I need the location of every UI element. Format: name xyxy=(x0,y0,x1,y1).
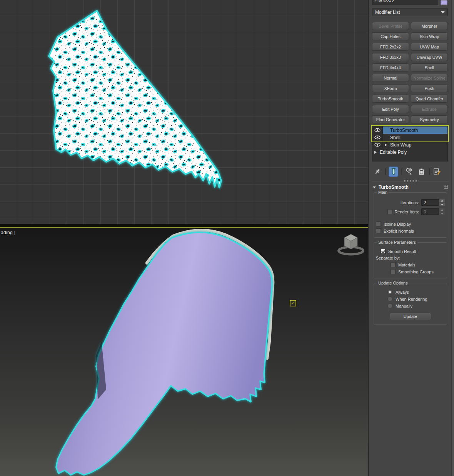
visibility-eye-icon[interactable] xyxy=(372,126,383,134)
visibility-eye-icon[interactable] xyxy=(372,141,383,148)
object-color-swatch[interactable] xyxy=(440,0,448,5)
materials-checkbox[interactable] xyxy=(391,262,396,267)
viewport-top-wireframe[interactable] xyxy=(0,0,368,224)
viewcube[interactable] xyxy=(337,234,365,255)
stack-toolbar xyxy=(373,166,448,177)
explicit-normals-label: Explicit Normals xyxy=(384,229,414,233)
modifier-button-push[interactable]: Push xyxy=(411,84,448,92)
panel-scrollbar[interactable] xyxy=(451,0,454,476)
pin-stack-icon[interactable] xyxy=(373,166,382,177)
modifier-button-turbosmooth[interactable]: TurboSmooth xyxy=(372,95,409,103)
configure-modifier-sets-icon[interactable] xyxy=(432,166,442,177)
group-label: Update Options xyxy=(377,281,409,285)
render-iters-field[interactable]: 0 xyxy=(421,208,439,215)
rollout-divider[interactable] xyxy=(372,181,449,181)
stack-item-skin-wrap[interactable]: Skin Wrap xyxy=(372,141,447,148)
object-name-field[interactable]: Plane019 xyxy=(372,0,438,5)
modifier-button-bevel-profile[interactable]: Bevel Profile xyxy=(372,22,409,30)
expand-arrow-icon[interactable] xyxy=(372,151,379,154)
rollout-title: TurboSmooth xyxy=(379,185,409,190)
modifier-list-label: Modifier List xyxy=(375,10,400,15)
render-iters-checkbox[interactable] xyxy=(387,209,392,214)
selection-cursor xyxy=(290,300,296,306)
materials-label: Materials xyxy=(398,263,416,267)
modifier-button-ffd-3x3x3[interactable]: FFD 3x3x3 xyxy=(372,53,409,61)
command-panel: Plane019 Modifier List Bevel Profile Mor… xyxy=(368,0,454,476)
when-rendering-radio[interactable] xyxy=(387,296,392,301)
stack-item-editable-poly[interactable]: Editable Poly xyxy=(372,148,447,156)
iterations-spinner[interactable] xyxy=(439,199,445,206)
modifier-button-ffd-2x2x2[interactable]: FFD 2x2x2 xyxy=(372,43,409,51)
stack-item-label: Skin Wrap xyxy=(389,142,411,148)
shaded-mesh[interactable] xyxy=(56,232,272,475)
smoothing-groups-label: Smoothing Groups xyxy=(398,270,434,274)
modifier-button-xform[interactable]: XForm xyxy=(372,84,409,92)
modifier-button-floorgenerator[interactable]: FloorGenerator xyxy=(372,115,409,123)
modifier-button-ffd-4x4x4[interactable]: FFD 4x4x4 xyxy=(372,63,409,72)
always-label: Always xyxy=(396,290,409,295)
stack-item-shell[interactable]: Shell xyxy=(372,134,447,141)
3ds-max-window: ading ] xyxy=(0,0,454,476)
smooth-result-checkbox[interactable] xyxy=(381,249,386,254)
modifier-button-uvw-map[interactable]: UVW Map xyxy=(411,43,448,51)
separate-by-label: Separate by: xyxy=(376,256,400,260)
manually-label: Manually xyxy=(396,304,412,308)
always-radio[interactable] xyxy=(387,290,392,295)
render-iters-spinner[interactable] xyxy=(439,208,445,215)
collapse-arrow-icon xyxy=(373,186,376,188)
toolbar-separator xyxy=(401,168,402,175)
rollout-grip-icon[interactable] xyxy=(444,185,448,190)
modifier-button-quad-chamfer[interactable]: Quad Chamfer xyxy=(411,95,448,103)
turbosmooth-rollout-header[interactable]: TurboSmooth xyxy=(373,185,448,190)
stack-item-label: TurboSmooth xyxy=(389,128,418,133)
explicit-normals-checkbox[interactable] xyxy=(376,228,381,233)
modifier-button-normal[interactable]: Normal xyxy=(372,74,409,82)
render-iters-label: Render Iters: xyxy=(394,210,419,214)
wireframe-mesh-canvas xyxy=(0,0,368,224)
stack-item-label: Editable Poly xyxy=(379,150,407,155)
modifier-stack: TurboSmooth Shell Skin W xyxy=(372,126,448,161)
viewport-divider[interactable] xyxy=(0,224,368,227)
when-rendering-label: When Rendering xyxy=(396,297,427,301)
iterations-label: Iterations: xyxy=(401,200,419,205)
object-name: Plane019 xyxy=(374,0,438,3)
group-label: Surface Parameters xyxy=(377,240,417,245)
manually-radio[interactable] xyxy=(387,303,392,308)
stack-item-turbosmooth[interactable]: TurboSmooth xyxy=(372,126,447,134)
modifier-button-unwrap-uvw[interactable]: Unwrap UVW xyxy=(411,53,448,61)
modifier-button-skin-wrap[interactable]: Skin Wrap xyxy=(411,32,448,40)
surface-parameters-group: Surface Parameters Smooth Result Separat… xyxy=(374,242,447,278)
group-label: Main xyxy=(377,190,389,195)
chevron-down-icon xyxy=(441,11,445,13)
modifier-list-dropdown[interactable]: Modifier List xyxy=(372,8,448,16)
viewport-bottom-shaded[interactable]: ading ] xyxy=(0,227,368,476)
smoothing-groups-checkbox[interactable] xyxy=(391,269,396,274)
stack-item-label: Shell xyxy=(389,135,401,140)
smooth-result-label: Smooth Result xyxy=(388,249,416,254)
modifier-button-symmetry[interactable]: Symmetry xyxy=(411,115,448,123)
isoline-display-checkbox[interactable] xyxy=(376,221,381,226)
modifier-button-morpher[interactable]: Morpher xyxy=(411,22,448,30)
visibility-eye-icon[interactable] xyxy=(372,134,383,141)
show-end-result-icon[interactable] xyxy=(389,166,398,177)
modifier-button-extrude[interactable]: Extrude xyxy=(411,105,448,113)
remove-modifier-icon[interactable] xyxy=(417,166,426,177)
modifier-button-shell[interactable]: Shell xyxy=(411,63,448,72)
make-unique-icon[interactable] xyxy=(404,166,414,177)
toolbar-separator xyxy=(429,168,430,175)
main-group: Main Iterations: 2 Render Iters: 0 Isoli… xyxy=(374,192,447,238)
wireframe-mesh[interactable] xyxy=(49,11,221,188)
modifier-button-edit-poly[interactable]: Edit Poly xyxy=(372,105,409,113)
modifier-button-grid: Bevel Profile Morpher Cap Holes Skin Wra… xyxy=(372,22,448,123)
iterations-field[interactable]: 2 xyxy=(421,199,439,206)
update-button[interactable]: Update xyxy=(390,313,431,320)
isoline-display-label: Isoline Display xyxy=(384,222,411,226)
shaded-mesh-canvas xyxy=(0,228,368,476)
modifier-button-cap-holes[interactable]: Cap Holes xyxy=(372,32,409,40)
modifier-button-normalize-spline[interactable]: Normalize Spline xyxy=(411,74,448,82)
toolbar-separator xyxy=(385,168,386,175)
expand-arrow-icon[interactable] xyxy=(383,143,389,146)
update-options-group: Update Options Always When Rendering Man… xyxy=(374,283,447,325)
